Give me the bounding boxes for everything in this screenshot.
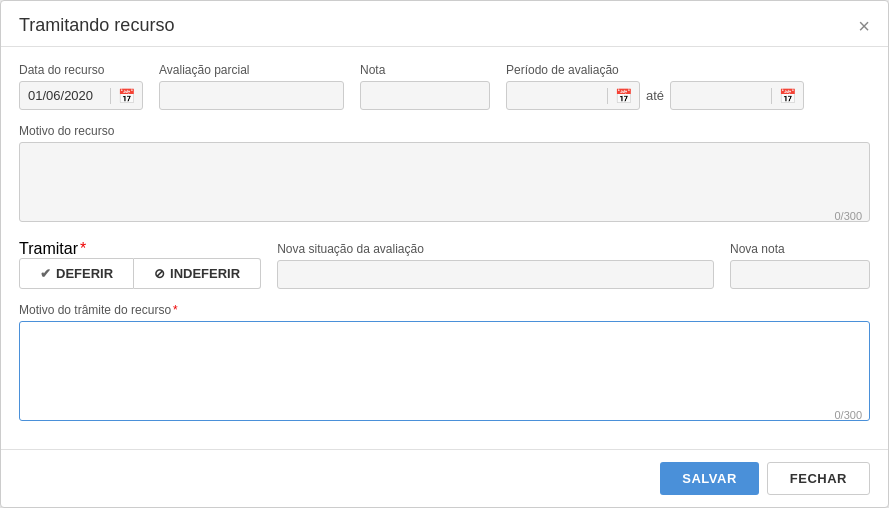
deferir-button[interactable]: ✔ DEFERIR xyxy=(19,258,134,289)
tramitar-label: Tramitar* xyxy=(19,240,261,258)
check-icon: ✔ xyxy=(40,266,51,281)
modal-title: Tramitando recurso xyxy=(19,15,174,36)
modal-footer: SALVAR FECHAR xyxy=(1,449,888,507)
calendar-icon-fim[interactable]: 📅 xyxy=(771,88,803,104)
motivo-tramite-textarea[interactable] xyxy=(19,321,870,421)
periodo-inputs: 📅 até 📅 xyxy=(506,81,804,110)
nova-nota-group: Nova nota xyxy=(730,242,870,289)
periodo-avaliacao-label: Período de avaliação xyxy=(506,63,804,77)
modal-header: Tramitando recurso × xyxy=(1,1,888,47)
motivo-recurso-textarea[interactable] xyxy=(19,142,870,222)
nota-label: Nota xyxy=(360,63,490,77)
nova-situacao-label: Nova situação da avaliação xyxy=(277,242,714,256)
periodo-fim-input[interactable] xyxy=(671,82,771,109)
ate-label: até xyxy=(646,88,664,110)
periodo-fim-field[interactable]: 📅 xyxy=(670,81,804,110)
indeferir-button[interactable]: ⊘ INDEFERIR xyxy=(134,258,261,289)
nova-nota-label: Nova nota xyxy=(730,242,870,256)
motivo-recurso-group: Motivo do recurso 0/300 xyxy=(19,124,870,226)
motivo-tramite-required: * xyxy=(173,303,178,317)
save-button[interactable]: SALVAR xyxy=(660,462,759,495)
data-recurso-group: Data do recurso 📅 xyxy=(19,63,143,110)
tramitando-recurso-modal: Tramitando recurso × Data do recurso 📅 A… xyxy=(0,0,889,508)
motivo-tramite-group: Motivo do trâmite do recurso* 0/300 xyxy=(19,303,870,425)
nova-situacao-group: Nova situação da avaliação xyxy=(277,242,714,289)
avaliacao-parcial-group: Avaliação parcial xyxy=(159,63,344,110)
nota-input[interactable] xyxy=(360,81,490,110)
avaliacao-parcial-input[interactable] xyxy=(159,81,344,110)
periodo-avaliacao-group: Período de avaliação 📅 até 📅 xyxy=(506,63,804,110)
motivo-recurso-char-count: 0/300 xyxy=(834,210,862,222)
row-1: Data do recurso 📅 Avaliação parcial Nota… xyxy=(19,63,870,110)
deferir-label: DEFERIR xyxy=(56,266,113,281)
modal-body: Data do recurso 📅 Avaliação parcial Nota… xyxy=(1,47,888,449)
periodo-inicio-input[interactable] xyxy=(507,82,607,109)
nova-situacao-input[interactable] xyxy=(277,260,714,289)
data-recurso-input[interactable] xyxy=(20,82,110,109)
nova-nota-input[interactable] xyxy=(730,260,870,289)
calendar-icon-inicio[interactable]: 📅 xyxy=(607,88,639,104)
avaliacao-parcial-label: Avaliação parcial xyxy=(159,63,344,77)
data-recurso-field[interactable]: 📅 xyxy=(19,81,143,110)
close-button[interactable]: FECHAR xyxy=(767,462,870,495)
motivo-tramite-label: Motivo do trâmite do recurso* xyxy=(19,303,870,317)
tramitar-row: Tramitar* ✔ DEFERIR ⊘ INDEFERIR Nova sit… xyxy=(19,240,870,289)
periodo-inicio-field[interactable]: 📅 xyxy=(506,81,640,110)
close-icon[interactable]: × xyxy=(858,16,870,36)
motivo-tramite-char-count: 0/300 xyxy=(834,409,862,421)
calendar-icon-data[interactable]: 📅 xyxy=(110,88,142,104)
motivo-recurso-wrapper: 0/300 xyxy=(19,142,870,226)
ban-icon: ⊘ xyxy=(154,266,165,281)
data-recurso-label: Data do recurso xyxy=(19,63,143,77)
nota-group: Nota xyxy=(360,63,490,110)
tramitar-buttons: ✔ DEFERIR ⊘ INDEFERIR xyxy=(19,258,261,289)
motivo-recurso-label: Motivo do recurso xyxy=(19,124,870,138)
motivo-tramite-wrapper: 0/300 xyxy=(19,321,870,425)
indeferir-label: INDEFERIR xyxy=(170,266,240,281)
tramitar-required: * xyxy=(80,240,86,257)
tramitar-group: Tramitar* ✔ DEFERIR ⊘ INDEFERIR xyxy=(19,240,261,289)
